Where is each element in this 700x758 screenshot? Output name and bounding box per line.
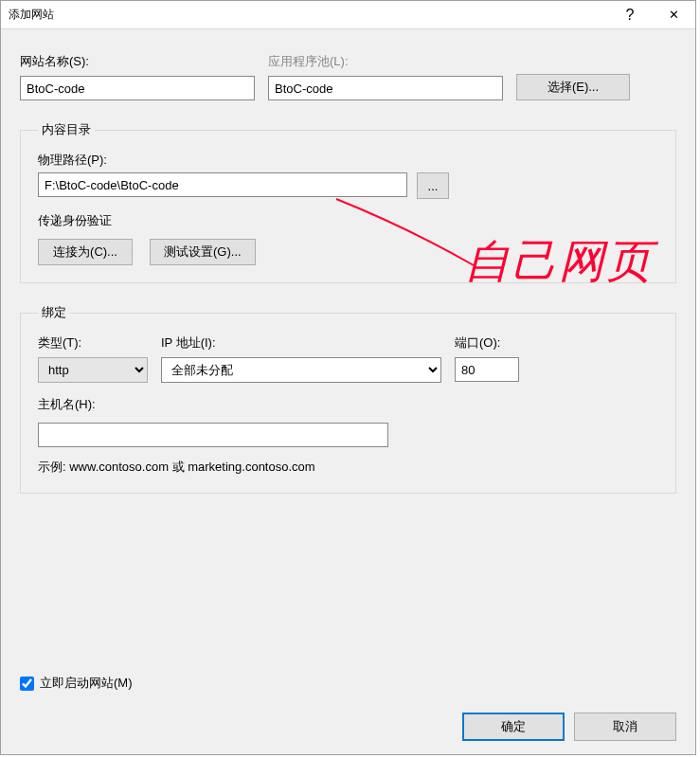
close-button[interactable]: ✕ bbox=[652, 1, 695, 29]
start-now-checkbox[interactable] bbox=[20, 677, 34, 691]
add-website-dialog: 添加网站 ? ✕ 网站名称(S): 应用程序池(L): 选择(E)... 内容目… bbox=[0, 0, 696, 755]
ip-select[interactable]: 全部未分配 bbox=[161, 357, 441, 383]
host-label: 主机名(H): bbox=[38, 396, 658, 413]
apppool-label: 应用程序池(L): bbox=[268, 53, 503, 70]
dialog-content: 网站名称(S): 应用程序池(L): 选择(E)... 内容目录 物理路径(P)… bbox=[20, 53, 676, 494]
titlebar: 添加网站 ? ✕ bbox=[1, 1, 695, 29]
sitename-input[interactable] bbox=[20, 76, 255, 100]
sitename-label: 网站名称(S): bbox=[20, 53, 255, 70]
type-select[interactable]: http bbox=[38, 357, 148, 383]
connect-as-button[interactable]: 连接为(C)... bbox=[38, 239, 133, 265]
window-title: 添加网站 bbox=[9, 7, 608, 23]
path-label: 物理路径(P): bbox=[38, 153, 107, 167]
binding-group: 绑定 类型(T): http IP 地址(I): 全部未分配 端口(O): bbox=[20, 304, 676, 494]
apppool-input bbox=[268, 76, 503, 100]
auth-label: 传递身份验证 bbox=[38, 212, 658, 229]
content-dir-group: 内容目录 物理路径(P): ... 传递身份验证 连接为(C)... 测试设置(… bbox=[20, 121, 676, 283]
port-input[interactable] bbox=[455, 357, 519, 382]
test-settings-button[interactable]: 测试设置(G)... bbox=[150, 239, 256, 265]
binding-legend: 绑定 bbox=[38, 304, 70, 321]
ok-button[interactable]: 确定 bbox=[462, 713, 565, 741]
content-dir-legend: 内容目录 bbox=[38, 121, 95, 138]
host-input[interactable] bbox=[38, 423, 388, 447]
help-button[interactable]: ? bbox=[608, 1, 652, 29]
start-now-row[interactable]: 立即启动网站(M) bbox=[20, 675, 133, 692]
physical-path-input[interactable] bbox=[38, 172, 407, 197]
browse-button[interactable]: ... bbox=[417, 172, 449, 199]
select-apppool-button[interactable]: 选择(E)... bbox=[516, 74, 630, 100]
type-label: 类型(T): bbox=[38, 334, 148, 352]
port-label: 端口(O): bbox=[455, 334, 519, 352]
ip-label: IP 地址(I): bbox=[161, 334, 441, 352]
cancel-button[interactable]: 取消 bbox=[574, 713, 676, 741]
start-now-label: 立即启动网站(M) bbox=[40, 675, 133, 692]
host-example: 示例: www.contoso.com 或 marketing.contoso.… bbox=[38, 459, 658, 476]
